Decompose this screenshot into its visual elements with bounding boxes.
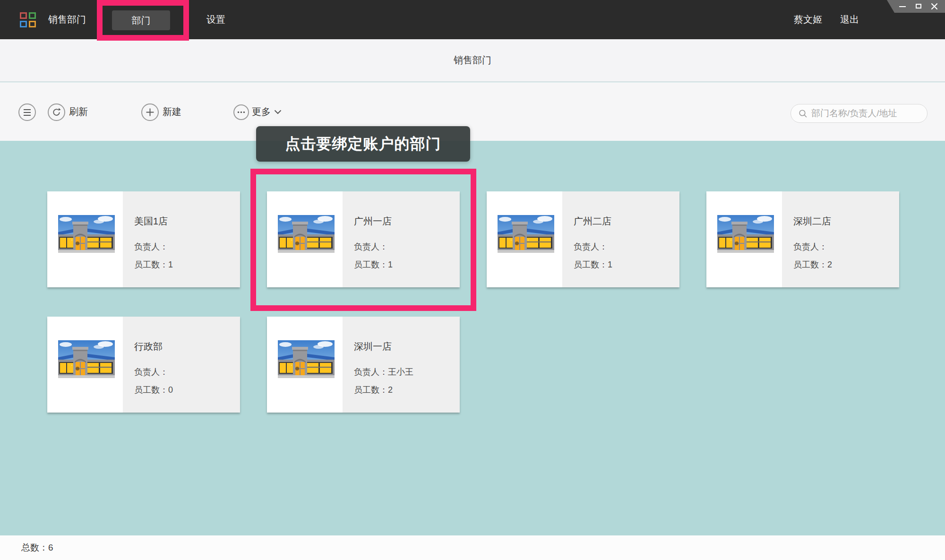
department-name: 深圳一店 [354, 340, 392, 353]
department-card[interactable]: 深圳二店 负责人： 员工数：2 [706, 191, 899, 287]
storefront-image [58, 340, 115, 378]
storefront-image [58, 215, 115, 253]
department-info: 深圳一店 负责人：王小王 员工数：2 [343, 317, 460, 413]
page-title: 销售部门 [0, 39, 945, 81]
logo-square-green [29, 12, 36, 19]
department-card[interactable]: 深圳一店 负责人：王小王 员工数：2 [267, 317, 460, 413]
storefront-image [278, 215, 335, 253]
hamburger-icon [24, 109, 31, 116]
manager-field: 负责人： [134, 366, 168, 378]
topbar: 销售部门 部门 设置 蔡文姬 退出 [0, 0, 945, 39]
manager-field: 负责人： [354, 241, 388, 252]
ellipsis-icon [237, 111, 245, 113]
department-name: 深圳二店 [793, 215, 831, 228]
department-card[interactable]: 行政部 负责人： 员工数：0 [47, 317, 240, 413]
staff-value: 2 [388, 385, 393, 395]
refresh-button[interactable] [48, 103, 65, 121]
tab-settings[interactable]: 设置 [206, 0, 225, 39]
department-photo-panel [706, 191, 782, 287]
department-photo-panel [47, 191, 123, 287]
department-name: 广州二店 [574, 215, 611, 228]
staff-field: 员工数：1 [134, 259, 173, 270]
new-label[interactable]: 新建 [163, 82, 181, 141]
logout-button[interactable]: 退出 [840, 0, 859, 39]
staff-value: 1 [388, 260, 393, 269]
user-name[interactable]: 蔡文姬 [794, 0, 822, 39]
department-photo-panel [267, 191, 343, 287]
staff-field: 员工数：2 [354, 384, 393, 396]
refresh-icon [52, 107, 61, 117]
logo-square-orange [29, 21, 36, 27]
department-photo-panel [267, 317, 343, 413]
staff-field: 员工数：2 [793, 259, 832, 270]
more-button[interactable] [233, 104, 249, 120]
search-input[interactable] [811, 108, 921, 119]
storefront-image [278, 340, 335, 378]
manager-field: 负责人： [134, 241, 168, 252]
app-name: 销售部门 [48, 0, 86, 39]
department-photo-panel [47, 317, 123, 413]
department-name: 美国1店 [134, 215, 168, 228]
total-label: 总数： [21, 543, 48, 552]
manager-field: 负责人：王小王 [354, 366, 413, 378]
staff-value: 1 [608, 260, 612, 269]
staff-field: 员工数：1 [574, 259, 612, 270]
refresh-label[interactable]: 刷新 [69, 82, 88, 141]
logo-square-blue [20, 21, 27, 27]
plus-icon [146, 108, 155, 117]
storefront-image [717, 215, 774, 253]
department-photo-panel [487, 191, 562, 287]
new-button[interactable] [141, 103, 159, 121]
total-count: 总数：6 [21, 535, 53, 560]
department-info: 广州二店 负责人： 员工数：1 [562, 191, 679, 287]
staff-field: 员工数：0 [134, 384, 173, 396]
department-info: 深圳二店 负责人： 员工数：2 [782, 191, 899, 287]
department-card[interactable]: 广州二店 负责人： 员工数：1 [487, 191, 679, 287]
search-icon [799, 109, 808, 118]
content-area: 美国1店 负责人： 员工数：1 [0, 141, 945, 533]
department-info: 广州一店 负责人： 员工数：1 [343, 191, 460, 287]
staff-field: 员工数：1 [354, 259, 393, 270]
manager-value: 王小王 [388, 367, 413, 377]
close-icon[interactable] [929, 0, 940, 13]
department-name: 广州一店 [354, 215, 392, 228]
staff-value: 1 [168, 260, 173, 269]
department-card[interactable]: 广州一店 负责人： 员工数：1 [267, 191, 460, 287]
search-box [790, 104, 928, 123]
window-controls [887, 0, 945, 13]
logo-square-red [20, 12, 27, 19]
manager-field: 负责人： [793, 241, 827, 252]
department-info: 美国1店 负责人： 员工数：1 [123, 191, 240, 287]
chevron-down-icon[interactable] [274, 110, 282, 114]
more-label[interactable]: 更多 [252, 82, 271, 141]
toolbar: 刷新 新建 更多 [0, 82, 945, 141]
list-menu-button[interactable] [18, 103, 36, 121]
tab-department[interactable]: 部门 [112, 10, 170, 30]
minimize-icon[interactable] [897, 0, 908, 13]
department-info: 行政部 负责人： 员工数：0 [123, 317, 240, 413]
total-value: 6 [48, 543, 53, 552]
app-window: 销售部门 部门 设置 蔡文姬 退出 销售部门 刷新 [0, 0, 945, 560]
subheader: 销售部门 [0, 39, 945, 82]
department-card[interactable]: 美国1店 负责人： 员工数：1 [47, 191, 240, 287]
staff-value: 0 [168, 385, 173, 395]
storefront-image [498, 215, 554, 253]
app-logo-icon[interactable] [20, 12, 37, 28]
manager-field: 负责人： [574, 241, 608, 252]
staff-value: 2 [827, 260, 832, 269]
department-name: 行政部 [134, 340, 163, 353]
status-bar: 总数：6 [0, 535, 945, 560]
maximize-icon[interactable] [913, 0, 924, 13]
